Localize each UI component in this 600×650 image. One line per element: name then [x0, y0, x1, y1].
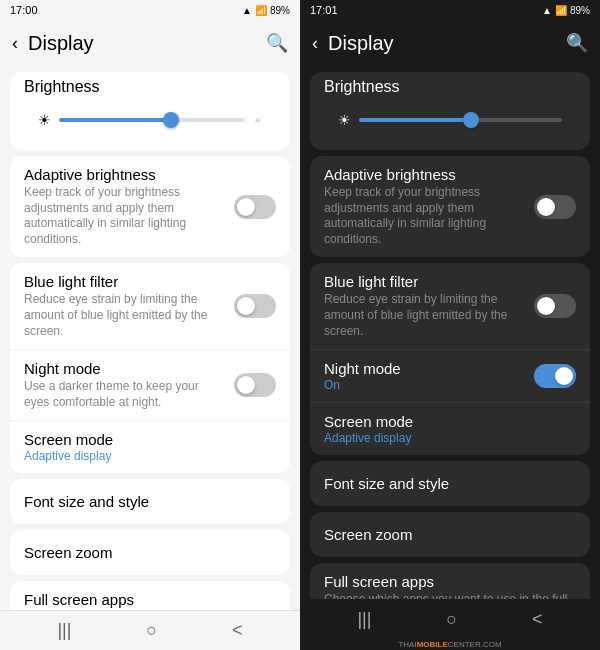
- blue-light-title-right: Blue light filter: [324, 273, 524, 290]
- fullscreen-row-right[interactable]: Full screen apps Choose which apps you w…: [310, 563, 590, 599]
- adaptive-brightness-row-right: Adaptive brightness Keep track of your b…: [310, 156, 590, 257]
- page-title-left: Display: [28, 32, 266, 55]
- fullscreen-title-left: Full screen apps: [24, 591, 276, 608]
- font-size-row-left[interactable]: Font size and style: [10, 479, 290, 524]
- adaptive-brightness-desc-right: Keep track of your brightness adjustment…: [324, 185, 524, 247]
- signal-icon-left: 📶: [255, 5, 267, 16]
- screen-zoom-title-right: Screen zoom: [324, 526, 576, 543]
- back-button-right[interactable]: ‹: [312, 33, 318, 54]
- header-left: ‹ Display 🔍: [0, 20, 300, 66]
- fullscreen-title-right: Full screen apps: [324, 573, 576, 590]
- fullscreen-card-left: Full screen apps Choose which apps you w…: [10, 581, 290, 610]
- font-size-card-right: Font size and style: [310, 461, 590, 506]
- night-mode-row-left: Night mode Use a darker theme to keep yo…: [10, 349, 290, 420]
- content-left: Brightness ☀ ☀ Adaptive brightness Keep …: [0, 66, 300, 610]
- battery-right: 89%: [570, 5, 590, 16]
- nav-bar-left: ||| ○ <: [0, 610, 300, 650]
- brightness-slider-right[interactable]: [359, 118, 562, 122]
- screen-zoom-card-left: Screen zoom: [10, 530, 290, 575]
- adaptive-brightness-card-right: Adaptive brightness Keep track of your b…: [310, 156, 590, 257]
- blue-light-toggle-left[interactable]: [234, 294, 276, 318]
- adaptive-brightness-row-left: Adaptive brightness Keep track of your b…: [10, 156, 290, 257]
- search-button-right[interactable]: 🔍: [566, 32, 588, 54]
- nav-bar-right: ||| ○ <: [300, 599, 600, 639]
- toggle-knob: [237, 198, 255, 216]
- status-bar-right: 17:01 ▲ 📶 89%: [300, 0, 600, 20]
- font-size-title-right: Font size and style: [324, 475, 576, 492]
- toggle-knob: [237, 297, 255, 315]
- screen-mode-row-left[interactable]: Screen mode Adaptive display: [10, 420, 290, 473]
- adaptive-brightness-card-left: Adaptive brightness Keep track of your b…: [10, 156, 290, 257]
- search-button-left[interactable]: 🔍: [266, 32, 288, 54]
- slider-thumb-right[interactable]: [463, 112, 479, 128]
- status-icons-right: ▲ 📶 89%: [542, 5, 590, 16]
- brightness-high-icon-left: ☀: [253, 115, 262, 126]
- nav-menu-left[interactable]: |||: [57, 620, 71, 641]
- screen-zoom-row-right[interactable]: Screen zoom: [310, 512, 590, 557]
- page-title-right: Display: [328, 32, 566, 55]
- brightness-row-right: ☀: [324, 102, 576, 140]
- nav-menu-right[interactable]: |||: [357, 609, 371, 630]
- wifi-icon-left: ▲: [242, 5, 252, 16]
- screen-mode-sub-right: Adaptive display: [324, 431, 576, 445]
- brightness-card-right: Brightness ☀: [310, 72, 590, 150]
- blue-light-row-left: Blue light filter Reduce eye strain by l…: [10, 263, 290, 349]
- screen-zoom-row-left[interactable]: Screen zoom: [10, 530, 290, 575]
- content-right: Brightness ☀ Adaptive brightness Keep tr…: [300, 66, 600, 599]
- night-mode-row-right: Night mode On: [310, 349, 590, 402]
- brightness-low-icon-left: ☀: [38, 112, 51, 128]
- adaptive-brightness-title-left: Adaptive brightness: [24, 166, 224, 183]
- header-right: ‹ Display 🔍: [300, 20, 600, 66]
- screen-mode-title-right: Screen mode: [324, 413, 576, 430]
- fullscreen-desc-right: Choose which apps you want to use in the…: [324, 592, 576, 599]
- screen-zoom-title-left: Screen zoom: [24, 544, 276, 561]
- night-mode-status-right: On: [324, 378, 524, 392]
- battery-left: 89%: [270, 5, 290, 16]
- font-size-title-left: Font size and style: [24, 493, 276, 510]
- brightness-slider-left[interactable]: [59, 118, 245, 122]
- wifi-icon-right: ▲: [542, 5, 552, 16]
- brightness-title-left: Brightness: [24, 78, 276, 96]
- status-bar-left: 17:00 ▲ 📶 89%: [0, 0, 300, 20]
- signal-icon-right: 📶: [555, 5, 567, 16]
- fullscreen-card-right: Full screen apps Choose which apps you w…: [310, 563, 590, 599]
- slider-thumb-left[interactable]: [163, 112, 179, 128]
- brightness-low-icon-right: ☀: [338, 112, 351, 128]
- adaptive-brightness-toggle-right[interactable]: [534, 195, 576, 219]
- time-right: 17:01: [310, 4, 338, 16]
- right-panel: 17:01 ▲ 📶 89% ‹ Display 🔍 Brightness ☀: [300, 0, 600, 650]
- blue-light-card-right: Blue light filter Reduce eye strain by l…: [310, 263, 590, 455]
- night-mode-toggle-right[interactable]: [534, 364, 576, 388]
- night-mode-title-left: Night mode: [24, 360, 224, 377]
- screen-mode-row-right[interactable]: Screen mode Adaptive display: [310, 402, 590, 455]
- brightness-row-left: ☀ ☀: [24, 102, 276, 140]
- brightness-title-right: Brightness: [324, 78, 576, 96]
- night-mode-desc-left: Use a darker theme to keep your eyes com…: [24, 379, 224, 410]
- adaptive-brightness-desc-left: Keep track of your brightness adjustment…: [24, 185, 224, 247]
- screen-mode-title-left: Screen mode: [24, 431, 276, 448]
- brightness-card-left: Brightness ☀ ☀: [10, 72, 290, 150]
- blue-light-card-left: Blue light filter Reduce eye strain by l…: [10, 263, 290, 473]
- status-icons-left: ▲ 📶 89%: [242, 5, 290, 16]
- nav-home-right[interactable]: ○: [446, 609, 457, 630]
- blue-light-row-right: Blue light filter Reduce eye strain by l…: [310, 263, 590, 349]
- nav-back-left[interactable]: <: [232, 620, 243, 641]
- night-mode-title-right: Night mode: [324, 360, 524, 377]
- blue-light-toggle-right[interactable]: [534, 294, 576, 318]
- screen-mode-sub-left: Adaptive display: [24, 449, 276, 463]
- time-left: 17:00: [10, 4, 38, 16]
- blue-light-desc-right: Reduce eye strain by limiting the amount…: [324, 292, 524, 339]
- font-size-row-right[interactable]: Font size and style: [310, 461, 590, 506]
- nav-home-left[interactable]: ○: [146, 620, 157, 641]
- adaptive-brightness-title-right: Adaptive brightness: [324, 166, 524, 183]
- adaptive-brightness-toggle-left[interactable]: [234, 195, 276, 219]
- night-mode-toggle-left[interactable]: [234, 373, 276, 397]
- blue-light-desc-left: Reduce eye strain by limiting the amount…: [24, 292, 224, 339]
- blue-light-title-left: Blue light filter: [24, 273, 224, 290]
- screen-zoom-card-right: Screen zoom: [310, 512, 590, 557]
- nav-back-right[interactable]: <: [532, 609, 543, 630]
- fullscreen-row-left[interactable]: Full screen apps Choose which apps you w…: [10, 581, 290, 610]
- left-panel: 17:00 ▲ 📶 89% ‹ Display 🔍 Brightness ☀ ☀: [0, 0, 300, 650]
- font-size-card-left: Font size and style: [10, 479, 290, 524]
- back-button-left[interactable]: ‹: [12, 33, 18, 54]
